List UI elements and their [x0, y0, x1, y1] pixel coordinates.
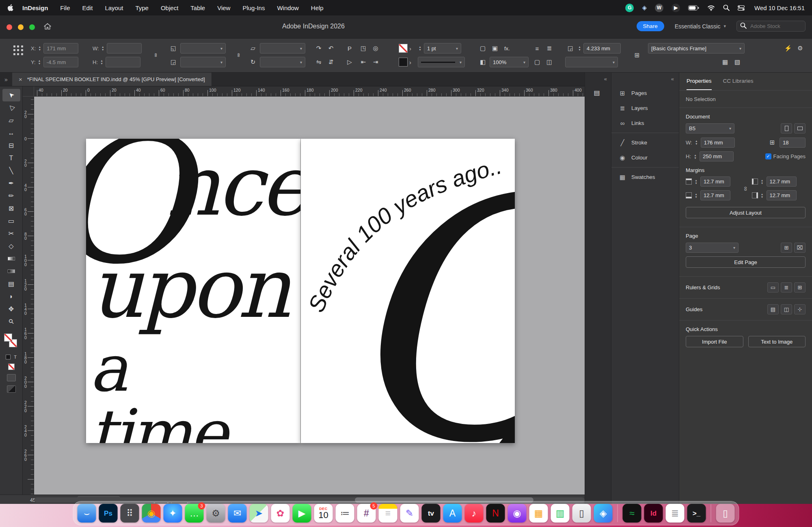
corner-radius-field[interactable]: 4.233 mm — [583, 43, 621, 54]
rotate-cw-icon[interactable]: ↷ — [313, 43, 324, 54]
line-tool[interactable]: ╲ — [2, 164, 20, 177]
screen-mode-icon[interactable] — [7, 385, 16, 393]
formatting-affects-container-icon[interactable] — [6, 355, 11, 359]
apple-menu-icon[interactable] — [7, 4, 13, 11]
rectangle-tool[interactable]: ▭ — [2, 215, 20, 227]
tab-cc-libraries[interactable]: CC Libraries — [723, 78, 754, 90]
vertical-ruler[interactable]: 20020406080100120140160180200220240260 — [23, 97, 34, 495]
adjust-layout-button[interactable]: Adjust Layout — [686, 207, 806, 218]
fill-swatch[interactable] — [4, 333, 12, 342]
dock-launchpad[interactable]: ⠿ — [121, 504, 139, 523]
dock-app-store[interactable]: A — [443, 504, 462, 523]
menu-plug-ins[interactable]: Plug-Ins — [242, 4, 265, 11]
dock-calendar[interactable]: DEC10 — [314, 504, 333, 523]
normal-view-mode-icon[interactable] — [7, 374, 16, 381]
page-left[interactable]: O nce upon a time... — [86, 139, 300, 443]
select-previous-icon[interactable]: ⇤ — [358, 57, 369, 67]
dock-safari[interactable]: ✦ — [164, 504, 182, 523]
object-style-dropdown[interactable]: [Basic Graphics Frame] — [648, 43, 745, 54]
gap-tool[interactable]: ↔ — [2, 127, 20, 139]
page-size-dropdown[interactable]: B5 — [686, 123, 734, 133]
align-panel-icon[interactable]: ≡ — [532, 43, 542, 54]
scale-y-dropdown[interactable] — [180, 57, 226, 67]
margin-left-field[interactable]: 12.7 mm — [767, 176, 797, 187]
eyedropper-tool[interactable]: ◗ — [2, 290, 20, 303]
rulers-toggle-icon[interactable]: ▭ — [767, 282, 779, 293]
scale-x-dropdown[interactable] — [180, 43, 226, 54]
menu-table[interactable]: Table — [190, 4, 205, 11]
control-center-icon[interactable] — [738, 5, 745, 11]
lock-guides-icon[interactable]: ◫ — [781, 304, 792, 314]
stroke-panel[interactable]: ╱Stroke — [611, 135, 679, 150]
dock-notes[interactable]: ≡ — [379, 504, 397, 523]
document-grid-icon[interactable]: ⊞ — [794, 282, 806, 293]
quick-apply-icon[interactable]: ▦ — [720, 57, 730, 67]
margin-top-stepper[interactable] — [694, 177, 698, 186]
corner-radius-stepper[interactable] — [577, 44, 582, 53]
corner-shape-dropdown[interactable] — [565, 57, 618, 67]
stroke-flyout-icon[interactable]: › — [409, 45, 411, 52]
hand-tool[interactable]: ✥ — [2, 303, 20, 315]
dock-music[interactable]: ♪ — [465, 504, 484, 523]
dock-freeform[interactable]: ✎ — [400, 504, 419, 523]
edit-page-button[interactable]: Edit Page — [686, 256, 806, 268]
portrait-orientation-button[interactable] — [781, 123, 792, 133]
margin-top-field[interactable]: 12.7 mm — [700, 176, 730, 187]
gradient-feather-tool[interactable] — [2, 265, 20, 277]
quick-actions-bolt-icon[interactable]: ⚡ — [783, 43, 793, 54]
tab-properties[interactable]: Properties — [687, 78, 712, 90]
fill-flyout-icon[interactable]: › — [409, 59, 411, 66]
playback-icon[interactable]: ▶ — [672, 4, 680, 12]
menu-window[interactable]: Window — [277, 4, 298, 11]
w-stepper[interactable] — [101, 44, 105, 53]
stroke-type-dropdown[interactable] — [418, 57, 465, 67]
opacity-dropdown[interactable]: 100% — [490, 57, 529, 67]
minimize-window-button[interactable] — [18, 24, 24, 30]
workspace-switcher[interactable]: Essentials Classic — [675, 23, 726, 30]
text-to-image-button[interactable]: Text to Image — [748, 336, 806, 347]
page-count-field[interactable]: 18 — [780, 138, 806, 148]
x-stepper[interactable] — [37, 44, 42, 53]
constrain-dimensions-icon[interactable]: ∞ — [151, 50, 162, 60]
stroke-color-swatch[interactable] — [399, 44, 408, 53]
flip-vertical-icon[interactable]: ⇵ — [326, 57, 336, 67]
dock-iphone-mirroring[interactable]: ▯ — [572, 504, 591, 523]
zoom-window-button[interactable] — [29, 24, 35, 30]
battery-icon[interactable] — [688, 5, 699, 11]
smart-guides-icon[interactable]: ⊹ — [794, 304, 806, 314]
reference-point-proxy[interactable] — [12, 44, 24, 56]
zoom-tool[interactable]: ⚲ — [2, 315, 20, 328]
ruler-origin-corner[interactable] — [23, 86, 34, 97]
w-app-icon[interactable]: W — [655, 4, 663, 12]
h-stepper[interactable] — [99, 58, 104, 67]
rotation-dropdown[interactable] — [260, 57, 305, 67]
menu-help[interactable]: Help — [311, 4, 324, 11]
content-collector-tool[interactable]: ⊟ — [2, 139, 20, 152]
height-field[interactable] — [106, 57, 140, 67]
dock-apple-tv[interactable]: tv — [422, 504, 441, 523]
dock-keynote[interactable]: ▦ — [529, 504, 548, 523]
width-field[interactable] — [107, 43, 142, 54]
selection-tool[interactable]: ➤ — [2, 89, 20, 101]
horizontal-ruler[interactable]: 4020020406080100120140160180200220240260… — [34, 86, 585, 97]
dock-netflix[interactable]: N — [486, 504, 505, 523]
dock-messages[interactable]: …3 — [185, 504, 204, 523]
close-window-button[interactable] — [6, 24, 12, 30]
direct-selection-tool[interactable]: ▷ — [2, 101, 20, 114]
dock-trash[interactable]: ▯ — [716, 504, 735, 523]
dock-slack[interactable]: #5 — [357, 504, 376, 523]
constrain-scale-icon[interactable]: ∞ — [234, 50, 244, 60]
margin-left-stepper[interactable] — [760, 177, 764, 186]
adobe-stock-search[interactable] — [736, 21, 806, 32]
x-position-field[interactable]: 171 mm — [43, 43, 78, 54]
menu-type[interactable]: Type — [135, 4, 149, 11]
select-container-icon[interactable]: ◳ — [358, 43, 369, 54]
control-panel-gear-icon[interactable]: ⚙ — [795, 43, 806, 54]
show-guides-icon[interactable]: ▤ — [767, 304, 779, 314]
style-override-icon[interactable]: ▧ — [732, 57, 743, 67]
dock-podcasts[interactable]: ◉ — [508, 504, 527, 523]
margin-right-field[interactable]: 12.7 mm — [767, 190, 797, 200]
pen-tool[interactable]: ✒ — [2, 177, 20, 189]
adobe-stock-input[interactable] — [749, 23, 798, 30]
pencil-tool[interactable]: ✏ — [2, 189, 20, 202]
